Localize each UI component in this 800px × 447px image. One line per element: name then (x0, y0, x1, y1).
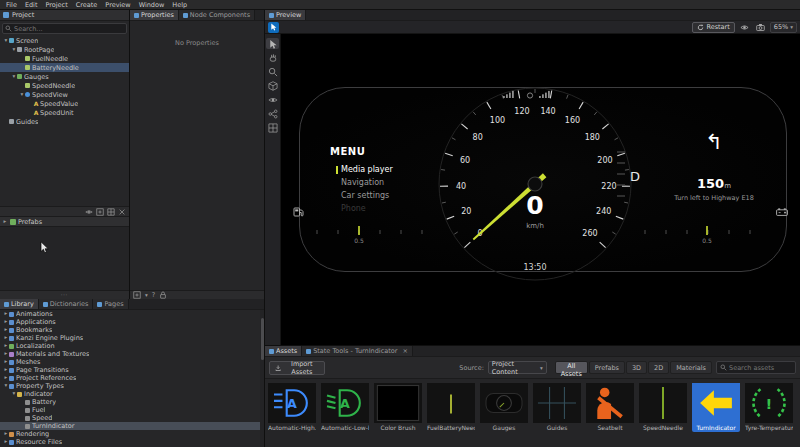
menu-edit[interactable]: Edit (21, 1, 42, 9)
menu-project[interactable]: Project (41, 1, 71, 9)
interact-mode-button[interactable] (268, 22, 279, 33)
cluster-menu-item-phone[interactable]: Phone (330, 202, 393, 215)
tree-item-localization[interactable]: ▸Localization (0, 342, 264, 350)
grid-view-icon[interactable] (107, 208, 115, 216)
cluster-menu-item-car-settings[interactable]: Car settings (330, 189, 393, 202)
tree-item-label: Property Types (16, 382, 64, 390)
asset-fuelbatteryneedle[interactable]: FuelBatteryNeedle (427, 383, 475, 432)
tab-node-components[interactable]: Node Components (179, 10, 255, 20)
scrollbar-thumb[interactable] (261, 318, 264, 360)
select-tool[interactable] (266, 38, 279, 49)
tree-item-batteryneedle[interactable]: BatteryNeedle (0, 63, 129, 72)
help-icon[interactable]: ? (152, 292, 155, 299)
tree-item-bookmarks[interactable]: ▸Bookmarks (0, 326, 264, 334)
tree-item-rendering[interactable]: ▸Rendering (0, 430, 264, 438)
tree-item-speed[interactable]: Speed (0, 414, 264, 422)
tree-item-page-transitions[interactable]: ▸Page Transitions (0, 366, 264, 374)
menu-file[interactable]: File (2, 1, 21, 9)
cluster-clock: 13:50 (505, 263, 565, 272)
tree-item-project-references[interactable]: ▸Project References (0, 374, 264, 382)
tree-item-guides[interactable]: Guides (0, 117, 129, 126)
cluster-menu-item-media-player[interactable]: Media player (330, 163, 393, 176)
prefabs-area[interactable] (0, 227, 129, 290)
tab-preview[interactable]: Preview (265, 10, 306, 20)
screenshot-button[interactable] (754, 22, 767, 33)
source-dropdown[interactable]: Project Content ▾ (488, 361, 547, 374)
assets-panel: Assets State Tools - TurnIndicator × Imp… (265, 345, 800, 447)
tree-item-rootpage[interactable]: ▾RootPage (0, 45, 129, 54)
filter-prefabs[interactable]: Prefabs (589, 361, 625, 374)
menu-window[interactable]: Window (135, 1, 169, 9)
zoom-select[interactable]: 65% ▾ (770, 22, 797, 33)
menu-create[interactable]: Create (72, 1, 102, 9)
tree-item-kanzi-engine-plugins[interactable]: ▸Kanzi Engine Plugins (0, 334, 264, 342)
tree-item-screen[interactable]: ▾Screen (0, 36, 129, 45)
asset-speedneedle[interactable]: SpeedNeedle (639, 383, 687, 432)
tree-item-fuel[interactable]: Fuel (0, 406, 264, 414)
project-search-input[interactable] (14, 25, 124, 33)
filter-3d[interactable]: 3D (626, 361, 647, 374)
menu-help[interactable]: Help (168, 1, 191, 9)
asset-automatic-high[interactable]: AAutomatic-High... (268, 383, 316, 432)
tree-item-label: Bookmarks (16, 326, 52, 334)
restart-button[interactable]: Restart (692, 22, 734, 33)
asset-guides[interactable]: Guides (533, 383, 581, 432)
tree-item-indicator[interactable]: ▾Indicator (0, 390, 264, 398)
asset-automatic-low-b[interactable]: AAutomatic-Low-b... (321, 383, 369, 432)
tab-pages[interactable]: Pages (93, 299, 128, 309)
preview-canvas[interactable]: 020406080100120140160180200220240260 MEN… (281, 34, 800, 345)
filter-2d[interactable]: 2D (648, 361, 669, 374)
zoom-tool[interactable] (266, 66, 279, 77)
svg-text:120: 120 (514, 107, 529, 116)
prefabs-header[interactable]: ▸ Prefabs (0, 217, 129, 227)
assets-search-input[interactable] (729, 364, 792, 372)
tree-item-applications[interactable]: ▸Applications (0, 318, 264, 326)
assets-tab-row: Assets State Tools - TurnIndicator × (265, 346, 800, 357)
add-property-icon[interactable] (133, 291, 141, 299)
visibility-toggle[interactable] (738, 22, 751, 33)
close-icon[interactable]: × (402, 347, 407, 355)
tree-item-fuelneedle[interactable]: FuelNeedle (0, 54, 129, 63)
tree-item-animations[interactable]: ▸Animations (0, 310, 264, 318)
asset-color-brush[interactable]: Color Brush (374, 383, 422, 432)
import-assets-button[interactable]: Import Assets (269, 361, 325, 375)
tree-item-speedvalue[interactable]: ASpeedValue (0, 99, 129, 108)
tab-state-tools[interactable]: State Tools - TurnIndicator × (302, 346, 413, 356)
pan-tool[interactable] (266, 52, 279, 63)
preview-panel: Preview Restart (265, 10, 800, 345)
asset-turnindicator[interactable]: TurnIndicator (692, 383, 740, 432)
tree-item-battery[interactable]: Battery (0, 398, 264, 406)
filter-materials[interactable]: Materials (670, 361, 712, 374)
tree-item-meshes[interactable]: ▸Meshes (0, 358, 264, 366)
tab-properties[interactable]: Properties (130, 10, 179, 20)
grid-toggle[interactable] (266, 122, 279, 133)
tree-item-materials-and-textures[interactable]: ▸Materials and Textures (0, 350, 264, 358)
preview-camera-tool[interactable] (266, 94, 279, 105)
visibility-icon[interactable] (85, 208, 93, 216)
filter-all-assets[interactable]: All Assets (555, 361, 588, 374)
add-node-icon[interactable] (96, 208, 104, 216)
menu-preview[interactable]: Preview (101, 1, 134, 9)
cluster-menu-item-navigation[interactable]: Navigation (330, 176, 393, 189)
asset-tyre-temperature[interactable]: !Tyre-Temperature... (745, 383, 793, 432)
orbit-camera-tool[interactable] (266, 80, 279, 91)
library-scrollbar[interactable] (260, 310, 264, 447)
analyze-tool[interactable] (266, 108, 279, 119)
tree-item-gauges[interactable]: ▾Gauges (0, 72, 129, 81)
tab-library[interactable]: Library (0, 299, 39, 309)
tree-item-property-types[interactable]: ▾Property Types (0, 382, 264, 390)
lock-icon[interactable] (159, 291, 167, 299)
tab-assets[interactable]: Assets (265, 346, 302, 356)
tree-item-turnindicator[interactable]: TurnIndicator (0, 422, 264, 430)
panel-splitter[interactable]: ⋯ (0, 290, 129, 299)
expand-icon[interactable]: ▸ (2, 219, 8, 225)
tree-item-speedneedle[interactable]: SpeedNeedle (0, 81, 129, 90)
tree-item-resource-files[interactable]: ▸Resource Files (0, 438, 264, 446)
tree-item-speedview[interactable]: ▾SpeedView (0, 90, 129, 99)
asset-seatbelt[interactable]: Seatbelt (586, 383, 634, 432)
tab-dictionaries[interactable]: Dictionaries (39, 299, 94, 309)
tree-item-speedunit[interactable]: ASpeedUnit (0, 108, 129, 117)
chevron-down-icon[interactable]: ▾ (145, 292, 148, 298)
asset-gauges[interactable]: Gauges (480, 383, 528, 432)
close-icon[interactable] (118, 208, 126, 216)
